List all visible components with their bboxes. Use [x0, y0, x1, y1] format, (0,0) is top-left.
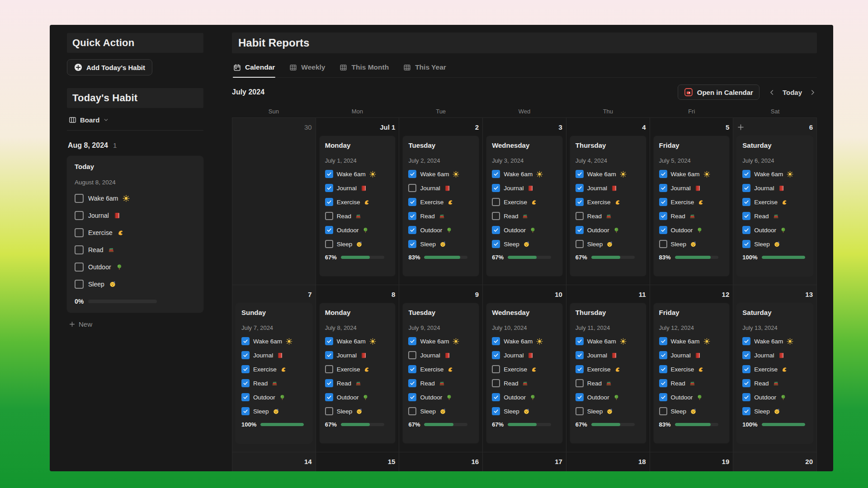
- habit-checkbox[interactable]: [492, 184, 500, 192]
- habit-checkbox[interactable]: [659, 212, 667, 220]
- today-habit-card[interactable]: Today August 8, 2024 Wake 6amJournalExer…: [67, 156, 203, 313]
- habit-checkbox[interactable]: [492, 365, 500, 373]
- habit-checkbox[interactable]: [659, 407, 667, 415]
- habit-checkbox[interactable]: [659, 337, 667, 345]
- habit-checkbox[interactable]: [241, 337, 250, 345]
- habit-checkbox[interactable]: [742, 351, 750, 359]
- habit-checkbox[interactable]: [241, 393, 250, 401]
- habit-checkbox[interactable]: [742, 407, 750, 415]
- habit-checkbox[interactable]: [659, 351, 667, 359]
- habit-checkbox[interactable]: [492, 212, 500, 220]
- habit-checkbox[interactable]: [408, 226, 416, 234]
- habit-checkbox[interactable]: [659, 226, 667, 234]
- habit-checkbox[interactable]: [659, 365, 667, 373]
- habit-checkbox[interactable]: [325, 337, 333, 345]
- habit-checkbox[interactable]: [576, 351, 584, 359]
- habit-checkbox[interactable]: [325, 198, 333, 206]
- habit-checkbox[interactable]: [492, 379, 500, 387]
- habit-checkbox[interactable]: [325, 212, 333, 220]
- habit-checkbox[interactable]: [75, 245, 84, 254]
- habit-checkbox[interactable]: [742, 226, 750, 234]
- habit-checkbox[interactable]: [408, 184, 416, 192]
- day-card[interactable]: FridayJuly 5, 2024Wake 6amJournalExercis…: [654, 136, 730, 276]
- day-card[interactable]: SundayJuly 7, 2024Wake 6amJournalExercis…: [236, 303, 312, 443]
- habit-checkbox[interactable]: [576, 379, 584, 387]
- habit-checkbox[interactable]: [492, 351, 500, 359]
- habit-checkbox[interactable]: [576, 365, 584, 373]
- day-card[interactable]: MondayJuly 1, 2024Wake 6amJournalExercis…: [320, 136, 396, 276]
- chevron-left-icon[interactable]: [769, 89, 775, 96]
- day-card[interactable]: FridayJuly 12, 2024Wake 6amJournalExerci…: [654, 303, 730, 443]
- habit-checkbox[interactable]: [325, 379, 333, 387]
- habit-checkbox[interactable]: [742, 184, 750, 192]
- habit-checkbox[interactable]: [75, 228, 84, 237]
- habit-checkbox[interactable]: [408, 337, 416, 345]
- habit-checkbox[interactable]: [659, 240, 667, 248]
- new-card-button[interactable]: New: [67, 320, 203, 328]
- habit-checkbox[interactable]: [408, 212, 416, 220]
- habit-checkbox[interactable]: [742, 240, 750, 248]
- day-card[interactable]: MondayJuly 8, 2024Wake 6amJournalExercis…: [320, 303, 396, 443]
- day-card[interactable]: SaturdayJuly 13, 2024Wake 6amJournalExer…: [737, 303, 813, 443]
- open-in-calendar-button[interactable]: Open in Calendar: [678, 84, 760, 100]
- habit-checkbox[interactable]: [742, 365, 750, 373]
- add-todays-habit-button[interactable]: Add Today's Habit: [67, 59, 152, 75]
- habit-checkbox[interactable]: [742, 379, 750, 387]
- habit-checkbox[interactable]: [492, 407, 500, 415]
- habit-checkbox[interactable]: [408, 407, 416, 415]
- habit-checkbox[interactable]: [325, 170, 333, 178]
- habit-checkbox[interactable]: [408, 351, 416, 359]
- habit-checkbox[interactable]: [325, 393, 333, 401]
- habit-checkbox[interactable]: [75, 280, 84, 289]
- habit-checkbox[interactable]: [742, 198, 750, 206]
- habit-checkbox[interactable]: [659, 184, 667, 192]
- habit-checkbox[interactable]: [408, 240, 416, 248]
- habit-checkbox[interactable]: [325, 365, 333, 373]
- habit-checkbox[interactable]: [408, 170, 416, 178]
- day-card[interactable]: ThursdayJuly 4, 2024Wake 6amJournalExerc…: [570, 136, 646, 276]
- habit-checkbox[interactable]: [492, 240, 500, 248]
- habit-checkbox[interactable]: [75, 211, 84, 220]
- habit-checkbox[interactable]: [492, 393, 500, 401]
- tab-weekly[interactable]: Weekly: [289, 59, 326, 77]
- habit-checkbox[interactable]: [492, 198, 500, 206]
- habit-checkbox[interactable]: [325, 351, 333, 359]
- habit-checkbox[interactable]: [576, 184, 584, 192]
- day-card[interactable]: ThursdayJuly 11, 2024Wake 6amJournalExer…: [570, 303, 646, 443]
- habit-checkbox[interactable]: [576, 226, 584, 234]
- habit-checkbox[interactable]: [576, 212, 584, 220]
- add-event-button[interactable]: [737, 123, 745, 131]
- habit-checkbox[interactable]: [325, 240, 333, 248]
- habit-checkbox[interactable]: [408, 198, 416, 206]
- habit-checkbox[interactable]: [659, 170, 667, 178]
- habit-checkbox[interactable]: [241, 379, 250, 387]
- day-card[interactable]: WednesdayJuly 10, 2024Wake 6amJournalExe…: [486, 303, 562, 443]
- habit-checkbox[interactable]: [742, 337, 750, 345]
- habit-checkbox[interactable]: [241, 407, 250, 415]
- tab-calendar[interactable]: Calendar: [233, 59, 275, 77]
- habit-checkbox[interactable]: [325, 184, 333, 192]
- day-card[interactable]: WednesdayJuly 3, 2024Wake 6amJournalExer…: [486, 136, 562, 276]
- habit-checkbox[interactable]: [241, 351, 250, 359]
- habit-checkbox[interactable]: [576, 393, 584, 401]
- habit-checkbox[interactable]: [492, 170, 500, 178]
- habit-checkbox[interactable]: [576, 337, 584, 345]
- board-view-dropdown[interactable]: Board: [69, 116, 202, 124]
- habit-checkbox[interactable]: [576, 407, 584, 415]
- habit-checkbox[interactable]: [659, 393, 667, 401]
- habit-checkbox[interactable]: [576, 170, 584, 178]
- habit-checkbox[interactable]: [241, 365, 250, 373]
- day-card[interactable]: TuesdayJuly 2, 2024Wake 6amJournalExerci…: [403, 136, 479, 276]
- habit-checkbox[interactable]: [325, 407, 333, 415]
- habit-checkbox[interactable]: [742, 170, 750, 178]
- day-card[interactable]: SaturdayJuly 6, 2024Wake 6amJournalExerc…: [737, 136, 813, 276]
- habit-checkbox[interactable]: [659, 198, 667, 206]
- habit-checkbox[interactable]: [75, 263, 84, 272]
- today-nav-button[interactable]: Today: [783, 89, 802, 96]
- habit-checkbox[interactable]: [408, 365, 416, 373]
- habit-checkbox[interactable]: [742, 212, 750, 220]
- habit-checkbox[interactable]: [576, 198, 584, 206]
- habit-checkbox[interactable]: [492, 337, 500, 345]
- habit-checkbox[interactable]: [408, 393, 416, 401]
- day-card[interactable]: TuesdayJuly 9, 2024Wake 6amJournalExerci…: [403, 303, 479, 443]
